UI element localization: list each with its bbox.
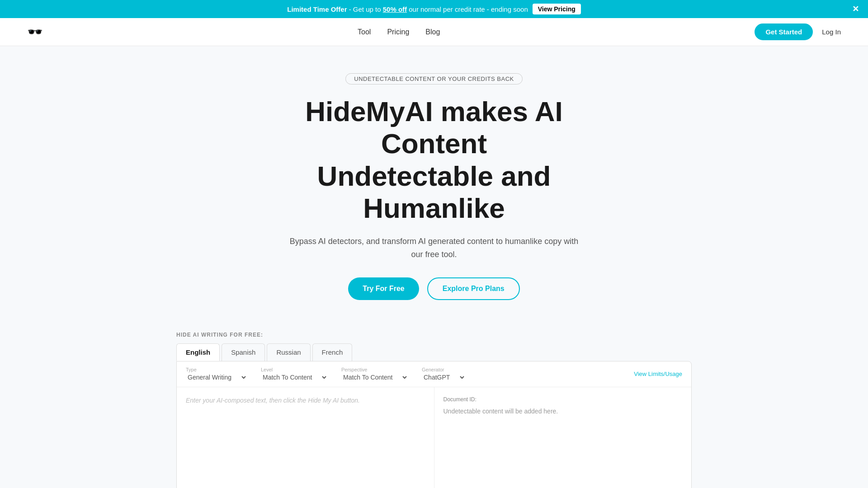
generator-option: Generator ChatGPT GPT-4 Claude Gemini xyxy=(422,367,466,381)
view-pricing-button[interactable]: View Pricing xyxy=(533,4,581,14)
generator-label: Generator xyxy=(422,367,466,372)
explore-plans-button[interactable]: Explore Pro Plans xyxy=(427,277,520,300)
document-id-label: Document ID: xyxy=(443,396,683,403)
nav-item-tool[interactable]: Tool xyxy=(358,28,371,36)
tab-russian[interactable]: Russian xyxy=(267,343,310,361)
nav-link-tool[interactable]: Tool xyxy=(358,28,371,36)
tab-english[interactable]: English xyxy=(176,343,220,361)
view-limits-link[interactable]: View Limits/Usage xyxy=(634,371,682,377)
banner-close-button[interactable]: ✕ xyxy=(852,5,859,13)
hero-headline: HideMyAI makes AI Content Undetectable a… xyxy=(253,95,615,224)
logo[interactable]: 🕶️ xyxy=(27,26,43,38)
nav-right: Get Started Log In xyxy=(755,23,841,40)
login-button[interactable]: Log In xyxy=(822,28,841,36)
level-label: Level xyxy=(261,367,328,372)
tool-box: Type General Writing Academic Technical … xyxy=(176,361,692,488)
get-started-button[interactable]: Get Started xyxy=(755,23,813,40)
hero-headline-line2: Undetectable and Humanlike xyxy=(317,160,551,224)
top-banner: Limited Time Offer - Get up to 50% off o… xyxy=(0,0,868,18)
tool-section-label: HIDE AI WRITING FOR FREE: xyxy=(176,332,692,338)
output-placeholder: Undetectable content will be added here. xyxy=(443,408,558,415)
hero-subtext: Bypass AI detectors, and transform AI ge… xyxy=(285,235,583,261)
perspective-option: Perspective Match To Content First Perso… xyxy=(341,367,408,381)
banner-discount: 50% off xyxy=(383,5,407,13)
perspective-select[interactable]: Match To Content First Person Second Per… xyxy=(341,373,408,381)
hero-badge: UNDETECTABLE CONTENT OR YOUR CREDITS BAC… xyxy=(345,73,523,84)
output-pane: Document ID: Undetectable content will b… xyxy=(434,387,692,488)
banner-offer-title: Limited Time Offer xyxy=(287,5,347,13)
tool-section: HIDE AI WRITING FOR FREE: English Spanis… xyxy=(167,332,701,488)
input-pane[interactable]: Enter your AI-composed text, then click … xyxy=(177,387,434,488)
level-select[interactable]: Match To Content Low Medium High xyxy=(261,373,328,381)
banner-text: Limited Time Offer - Get up to 50% off o… xyxy=(287,5,528,13)
nav-item-blog[interactable]: Blog xyxy=(425,28,440,36)
hero-section: UNDETECTABLE CONTENT OR YOUR CREDITS BAC… xyxy=(0,46,868,314)
banner-after-text: our normal per credit rate - ending soon xyxy=(409,5,528,13)
input-placeholder: Enter your AI-composed text, then click … xyxy=(186,397,360,404)
hero-buttons: Try For Free Explore Pro Plans xyxy=(9,277,859,300)
generator-select[interactable]: ChatGPT GPT-4 Claude Gemini xyxy=(422,373,466,381)
type-label: Type xyxy=(186,367,247,372)
banner-middle-text: - Get up to xyxy=(349,5,383,13)
nav-item-pricing[interactable]: Pricing xyxy=(387,28,409,36)
perspective-label: Perspective xyxy=(341,367,408,372)
try-free-button[interactable]: Try For Free xyxy=(348,277,419,300)
hero-headline-line1: HideMyAI makes AI Content xyxy=(305,96,563,159)
tab-spanish[interactable]: Spanish xyxy=(222,343,265,361)
tool-options-bar: Type General Writing Academic Technical … xyxy=(177,361,691,387)
level-option: Level Match To Content Low Medium High xyxy=(261,367,328,381)
nav-links: Tool Pricing Blog xyxy=(358,28,440,36)
tool-content: Enter your AI-composed text, then click … xyxy=(177,387,691,488)
nav-link-blog[interactable]: Blog xyxy=(425,28,440,36)
type-select[interactable]: General Writing Academic Technical Creat… xyxy=(186,373,247,381)
navbar: 🕶️ Tool Pricing Blog Get Started Log In xyxy=(0,18,868,46)
type-option: Type General Writing Academic Technical … xyxy=(186,367,247,381)
tab-french[interactable]: French xyxy=(312,343,353,361)
language-tabs: English Spanish Russian French xyxy=(176,343,692,361)
logo-icon: 🕶️ xyxy=(27,26,43,38)
nav-link-pricing[interactable]: Pricing xyxy=(387,28,409,36)
